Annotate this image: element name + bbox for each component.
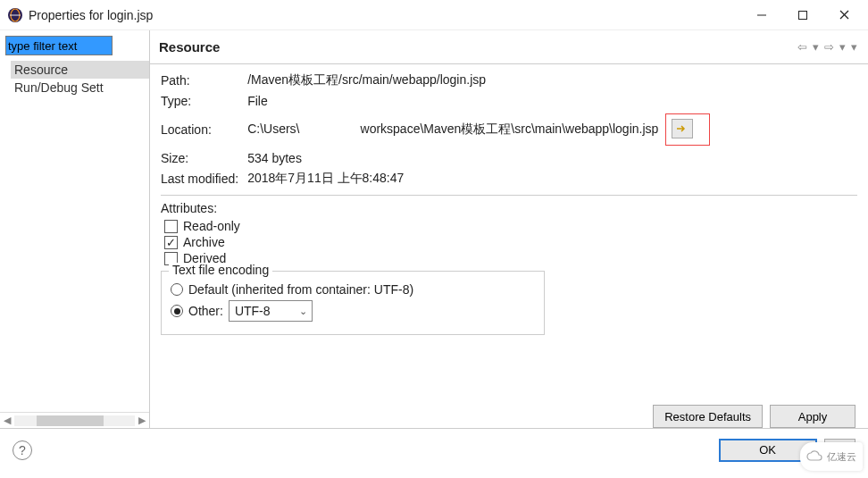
forward-icon[interactable]: ⇨ [822,40,836,54]
radio-icon [171,305,183,317]
scroll-right-icon[interactable]: ▶ [138,415,146,426]
page-title: Resource [159,39,220,55]
title-bar: Properties for login.jsp [0,0,868,30]
modified-value: 2018年7月11日 上午8:48:47 [247,168,719,189]
path-value: /Maven模板工程/src/main/webapp/login.jsp [247,70,719,91]
scroll-thumb[interactable] [37,415,104,426]
location-label: Location: [161,111,247,148]
encoding-combo[interactable]: UTF-8 ⌄ [229,300,313,322]
apply-button[interactable]: Apply [770,405,855,428]
archive-checkbox[interactable]: ✓ Archive [164,235,857,249]
chevron-down-icon: ⌄ [296,306,312,317]
attributes-label: Attributes: [161,201,857,215]
location-value: C:\Users\workspace\Maven模板工程\src\main\we… [247,111,719,148]
redacted-text [300,123,361,136]
path-label: Path: [161,70,247,91]
cloud-icon [806,450,824,463]
window-title: Properties for login.jsp [29,8,153,22]
eclipse-icon [7,7,23,23]
tree-item-rundebug[interactable]: Run/Debug Sett [11,79,149,96]
dialog-footer: ? OK C [0,428,868,471]
tree-item-resource[interactable]: Resource [11,61,149,79]
back-menu-icon[interactable]: ▾ [811,40,821,54]
size-label: Size: [161,148,247,168]
category-tree: Resource Run/Debug Sett [0,57,149,412]
sidebar: Resource Run/Debug Sett ◀ ▶ [0,30,150,428]
maximize-button[interactable] [782,2,823,29]
encoding-legend: Text file encoding [169,263,272,277]
view-menu-icon[interactable]: ▾ [849,40,859,54]
checkbox-icon [164,220,178,233]
show-in-explorer-button[interactable] [672,119,693,138]
encoding-default-radio[interactable]: Default (inherited from container: UTF-8… [171,282,535,297]
help-button[interactable]: ? [13,440,32,460]
content-header: Resource ⇦▾ ⇨▾ ▾ [150,30,868,64]
radio-icon [171,283,183,296]
modified-label: Last modified: [161,168,247,189]
close-button[interactable] [823,2,864,29]
size-value: 534 bytes [247,148,719,168]
minimize-button[interactable] [741,2,782,29]
goto-icon [676,123,689,134]
type-label: Type: [161,91,247,111]
readonly-checkbox[interactable]: Read-only [164,219,857,233]
encoding-group: Text file encoding Default (inherited fr… [161,271,545,335]
restore-defaults-button[interactable]: Restore Defaults [653,405,763,428]
scroll-left-icon[interactable]: ◀ [4,415,11,426]
svg-rect-4 [799,11,807,19]
highlight-box [665,113,710,146]
forward-menu-icon[interactable]: ▾ [838,40,847,54]
type-value: File [247,91,719,111]
back-icon[interactable]: ⇦ [796,40,809,54]
sidebar-hscroll[interactable]: ◀ ▶ [0,412,149,428]
checkbox-icon: ✓ [164,236,178,249]
resource-info-table: Path: /Maven模板工程/src/main/webapp/login.j… [161,70,719,189]
watermark-badge: 亿速云 [800,442,863,471]
filter-input[interactable] [5,36,113,55]
encoding-other-radio[interactable]: Other: UTF-8 ⌄ [171,300,535,322]
